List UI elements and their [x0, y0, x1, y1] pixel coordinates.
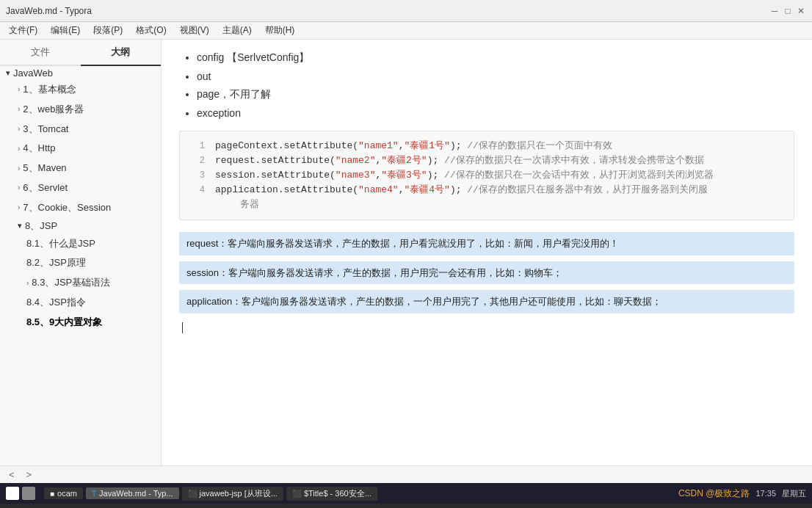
sidebar-item-jsp-principle[interactable]: 8.2、JSP原理: [0, 253, 161, 273]
sidebar-item-label: 8.2、JSP原理: [26, 255, 86, 271]
sidebar-item-jsp-builtin[interactable]: 8.5、9大内置对象: [0, 313, 161, 333]
expand-arrow: ▾: [6, 68, 10, 78]
expand-arrow: ▾: [18, 221, 22, 231]
taskbar-day: 星期五: [782, 488, 806, 499]
highlight-session: session：客户端向服务器发送请求，产生的数据，用户用完一会还有用，比如：购…: [179, 261, 794, 285]
taskbar-360[interactable]: ⬛ $Title$ - 360安全...: [286, 487, 377, 501]
tab-file[interactable]: 文件: [0, 40, 81, 65]
expand-arrow: ›: [18, 84, 20, 95]
sidebar-item-label: 8.1、什么是JSP: [26, 236, 95, 252]
sidebar-item-web-server[interactable]: › 2、web服务器: [0, 100, 161, 120]
tab-outline[interactable]: 大纲: [81, 40, 162, 66]
code-line-1: 1 pageContext.setAttribute("name1","泰疆1号…: [190, 139, 783, 152]
list-item: page，不用了解: [197, 88, 794, 101]
taskbar-javaweb[interactable]: ⬛ javaweb-jsp [从班设...: [182, 487, 283, 501]
sidebar-item-label: 8、JSP: [25, 219, 57, 233]
sidebar-item-jsp-directive[interactable]: 8.4、JSP指令: [0, 293, 161, 313]
sidebar-item-tomcat[interactable]: › 3、Tomcat: [0, 120, 161, 139]
code-line-3: 3 session.setAttribute("name3","泰疆3号"); …: [190, 168, 783, 181]
menu-file[interactable]: 文件(F): [3, 23, 43, 38]
sidebar-item-http[interactable]: › 4、Http: [0, 139, 161, 159]
sidebar-item-maven[interactable]: › 5、Maven: [0, 159, 161, 178]
javaweb-icon: ⬛: [188, 490, 197, 498]
taskbar-item-label: $Title$ - 360安全...: [304, 488, 371, 499]
taskbar-ocam[interactable]: ■ ocam: [44, 487, 83, 499]
menu-format[interactable]: 格式(O): [130, 23, 172, 38]
sidebar-item-javaweb[interactable]: ▾ JavaWeb: [0, 66, 161, 80]
taskbar-item-label: JavaWeb.md - Typ...: [99, 489, 173, 498]
content-area: config 【SerlvetConfig】 out page，不用了解 exc…: [162, 40, 812, 465]
sidebar-tree: ▾ JavaWeb › 1、基本概念 › 2、web服务器 › 3、Tomcat…: [0, 66, 161, 333]
expand-arrow: ›: [18, 123, 20, 135]
sidebar-item-jsp-syntax[interactable]: › 8.3、JSP基础语法: [0, 273, 161, 293]
menubar: 文件(F) 编辑(E) 段落(P) 格式(O) 视图(V) 主题(A) 帮助(H…: [0, 22, 812, 40]
list-item: config 【SerlvetConfig】: [197, 51, 794, 65]
search-button[interactable]: [22, 487, 35, 500]
line-number: 1: [190, 141, 205, 151]
menu-paragraph[interactable]: 段落(P): [87, 23, 128, 38]
expand-arrow: ›: [18, 163, 20, 175]
code-line-2: 2 request.setAttribute("name2","泰疆2号"); …: [190, 153, 783, 167]
expand-arrow: ›: [18, 202, 20, 214]
taskbar: ■ ocam T JavaWeb.md - Typ... ⬛ javaweb-j…: [0, 483, 812, 504]
sidebar-item-label: 8.4、JSP指令: [26, 295, 86, 311]
close-button[interactable]: ✕: [796, 6, 806, 16]
csdn-badge: CSDN @极致之路: [678, 487, 750, 500]
line-number: 2: [190, 156, 205, 166]
typora-icon: T: [92, 490, 96, 498]
menu-edit[interactable]: 编辑(E): [45, 23, 86, 38]
sidebar-item-label: 5、Maven: [23, 161, 66, 176]
line-number: 3: [190, 170, 205, 181]
bullet-list: config 【SerlvetConfig】 out page，不用了解 exc…: [179, 51, 794, 119]
expand-arrow: ›: [18, 143, 20, 155]
code-content: application.setAttribute("name4","泰疆4号")…: [215, 183, 708, 196]
sidebar-item-label: 3、Tomcat: [23, 122, 68, 137]
titlebar: JavaWeb.md - Typora ─ □ ✕: [0, 0, 812, 22]
sidebar: 文件 大纲 ▾ JavaWeb › 1、基本概念 › 2、web服务器 › 3、…: [0, 40, 162, 465]
code-nav-left[interactable]: <: [6, 469, 18, 480]
360-icon: ⬛: [292, 490, 301, 498]
maximize-button[interactable]: □: [783, 6, 793, 16]
sidebar-item-basic-concept[interactable]: › 1、基本概念: [0, 80, 161, 100]
highlight-application: application：客户端向服务器发送请求，产生的数据，一个用户用完了，其他…: [179, 290, 794, 313]
sidebar-item-label: JavaWeb: [13, 68, 53, 79]
line-number: 4: [190, 185, 205, 195]
menu-view[interactable]: 视图(V): [174, 23, 215, 38]
sidebar-item-cookie-session[interactable]: › 7、Cookie、Session: [0, 198, 161, 218]
taskbar-item-label: javaweb-jsp [从班设...: [200, 488, 278, 499]
start-button[interactable]: [6, 487, 19, 500]
sidebar-tabs: 文件 大纲: [0, 40, 161, 66]
taskbar-typora[interactable]: T JavaWeb.md - Typ...: [86, 487, 179, 499]
cursor-area[interactable]: [179, 319, 794, 333]
sidebar-item-servlet[interactable]: › 6、Servlet: [0, 178, 161, 198]
taskbar-items: ■ ocam T JavaWeb.md - Typ... ⬛ javaweb-j…: [6, 487, 377, 501]
sidebar-item-label: 7、Cookie、Session: [23, 200, 111, 216]
sidebar-item-label: 4、Http: [23, 141, 55, 156]
ocam-icon: ■: [50, 490, 54, 498]
sidebar-item-what-is-jsp[interactable]: 8.1、什么是JSP: [0, 234, 161, 254]
menu-help[interactable]: 帮助(H): [259, 23, 301, 38]
sidebar-item-label: 8.5、9大内置对象: [26, 315, 102, 330]
sidebar-item-jsp[interactable]: ▾ 8、JSP: [0, 218, 161, 234]
window-title: JavaWeb.md - Typora: [6, 6, 92, 16]
expand-arrow: ›: [18, 182, 20, 194]
code-content: request.setAttribute("name2","泰疆2号"); //…: [215, 153, 704, 167]
expand-arrow: ›: [18, 104, 20, 115]
window-controls[interactable]: ─ □ ✕: [769, 6, 806, 16]
list-item: exception: [197, 107, 794, 119]
code-line-4: 4 application.setAttribute("name4","泰疆4号…: [190, 183, 783, 196]
code-content: pageContext.setAttribute("name1","泰疆1号")…: [215, 139, 612, 152]
taskbar-item-label: ocam: [57, 489, 77, 498]
code-nav-right[interactable]: >: [23, 469, 35, 480]
code-content: session.setAttribute("name3","泰疆3号"); //…: [215, 168, 714, 181]
code-nav-bar: < >: [0, 465, 812, 483]
code-line-4-cont: 务器: [190, 197, 783, 211]
taskbar-time: 17:35: [755, 489, 776, 498]
sidebar-item-label: 6、Servlet: [23, 181, 68, 196]
main-layout: 文件 大纲 ▾ JavaWeb › 1、基本概念 › 2、web服务器 › 3、…: [0, 40, 812, 465]
list-item: out: [197, 70, 794, 82]
minimize-button[interactable]: ─: [769, 6, 780, 16]
menu-theme[interactable]: 主题(A): [217, 23, 258, 38]
taskbar-right: CSDN @极致之路 17:35 星期五: [678, 487, 806, 500]
expand-arrow: ›: [26, 277, 29, 289]
